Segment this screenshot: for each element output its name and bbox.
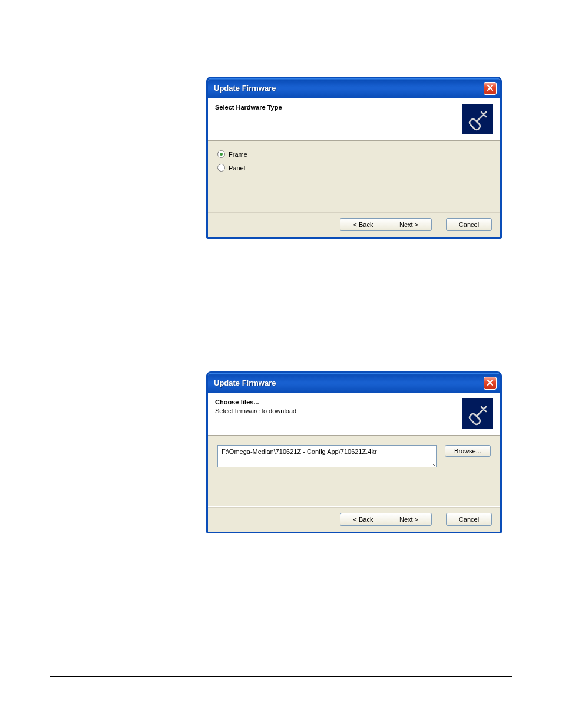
wizard-header: Choose files... Select firmware to downl… <box>208 393 500 436</box>
wizard-step-title: Select Hardware Type <box>215 104 457 111</box>
firmware-path-input[interactable] <box>217 445 437 467</box>
wizard-button-bar: < Back Next > Cancel <box>208 506 500 532</box>
wizard-header-text: Choose files... Select firmware to downl… <box>215 398 457 414</box>
wizard-content: Frame Panel <box>208 141 500 212</box>
browse-button[interactable]: Browse... <box>445 445 491 457</box>
titlebar[interactable]: Update Firmware <box>208 78 500 98</box>
firmware-icon <box>462 398 493 429</box>
wizard-header: Select Hardware Type <box>208 98 500 141</box>
back-button[interactable]: < Back <box>340 218 386 231</box>
back-button[interactable]: < Back <box>340 513 386 526</box>
titlebar-title: Update Firmware <box>214 378 276 387</box>
radio-option-frame[interactable]: Frame <box>217 150 491 158</box>
close-button[interactable] <box>484 82 497 95</box>
next-button[interactable]: Next > <box>386 513 432 526</box>
next-button[interactable]: Next > <box>386 218 432 231</box>
radio-icon <box>217 164 225 172</box>
wizard-header-text: Select Hardware Type <box>215 104 457 113</box>
file-chooser-row: Browse... <box>217 445 491 467</box>
radio-option-panel[interactable]: Panel <box>217 164 491 172</box>
page-footer-divider <box>50 676 512 677</box>
cancel-button[interactable]: Cancel <box>446 218 492 231</box>
firmware-icon <box>462 104 493 134</box>
button-spacer <box>432 218 446 231</box>
radio-label: Panel <box>229 164 245 172</box>
wizard-step-title: Choose files... <box>215 398 457 406</box>
wizard-button-bar: < Back Next > Cancel <box>208 212 500 237</box>
radio-icon <box>217 150 225 158</box>
wizard-content: Browse... <box>208 436 500 506</box>
update-firmware-dialog-hardware: Update Firmware Select Hardware Type Fra… <box>206 77 502 239</box>
button-spacer <box>432 513 446 526</box>
wizard-step-subtitle: Select firmware to download <box>215 407 457 414</box>
close-icon <box>487 379 494 387</box>
radio-label: Frame <box>229 151 247 158</box>
close-button[interactable] <box>484 377 497 390</box>
titlebar-title: Update Firmware <box>214 84 276 93</box>
cancel-button[interactable]: Cancel <box>446 513 492 526</box>
update-firmware-dialog-files: Update Firmware Choose files... Select f… <box>206 371 502 533</box>
close-icon <box>487 84 494 93</box>
titlebar[interactable]: Update Firmware <box>208 373 500 393</box>
